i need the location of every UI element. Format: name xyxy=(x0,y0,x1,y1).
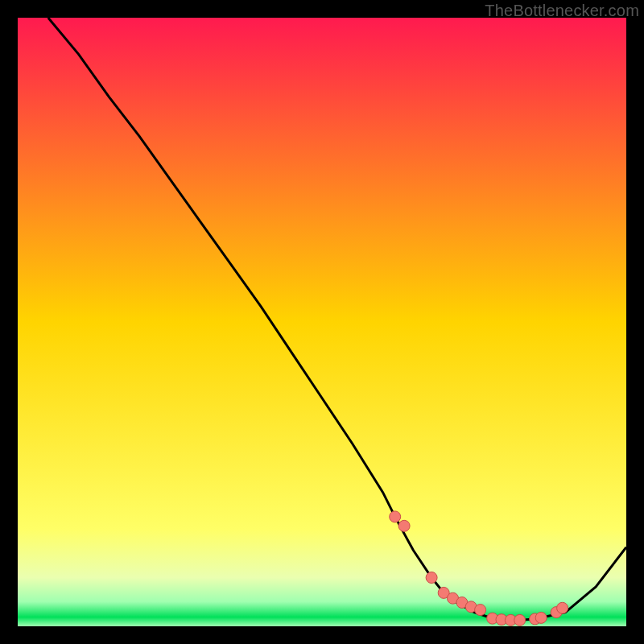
data-marker xyxy=(475,605,486,616)
watermark-text: TheBottlenecker.com xyxy=(485,2,639,20)
data-marker xyxy=(514,614,526,625)
chart-frame xyxy=(18,18,626,626)
data-marker xyxy=(390,511,401,522)
gradient-background xyxy=(18,18,626,626)
data-marker xyxy=(557,602,568,613)
data-marker xyxy=(398,520,410,531)
data-marker xyxy=(535,612,547,623)
data-marker xyxy=(426,572,437,584)
chart-svg xyxy=(18,18,626,626)
